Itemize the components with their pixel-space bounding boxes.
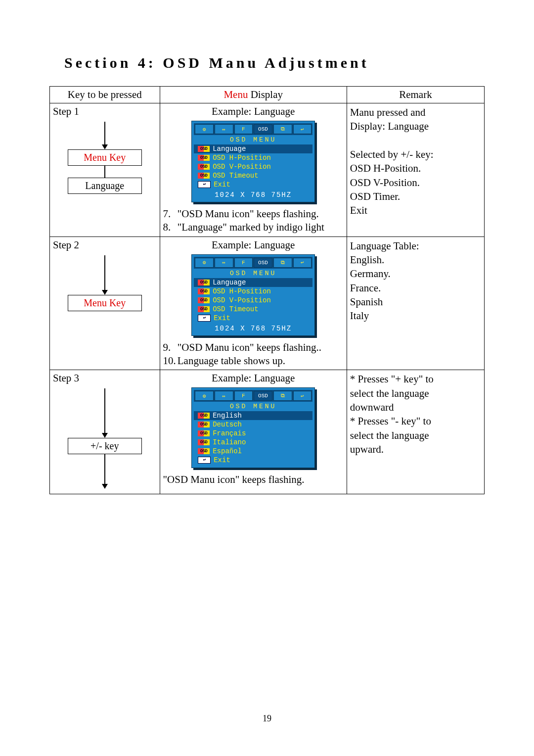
osd-item-tag-icon: OSD [198,146,210,152]
osd-item: OSDOSD H-Position [194,153,312,162]
step2-notes: 9. "OSD Manu icon" keeps flashing..10. L… [163,341,344,368]
step1-osd: ⚙⇔FOSD⧉↩ OSD MENU OSDLanguageOSDOSD H-Po… [191,121,315,202]
osd-item-text: Italiano [213,438,246,447]
step1-keybox-menu: Menu Key [68,149,142,166]
osd-item-tag-icon: OSD [198,448,210,454]
osd-item: OSDItaliano [194,438,312,447]
step2-keybox-menu-text: Menu Key [84,297,126,308]
osd-item-tag-icon: OSD [198,155,210,161]
osd-item-tag-icon: OSD [198,288,210,294]
step3-keybox: +/- key [68,438,142,454]
osd-title: OSD MENU [194,403,312,410]
osd-screenshot: ⚙⇔FOSD⧉↩ OSD MENU OSDLanguageOSDOSD H-Po… [191,254,315,336]
osd-item: OSDLanguage [194,278,312,287]
osd-tab-icon: ⚙ [195,124,214,134]
osd-items: OSDLanguageOSDOSD H-PositionOSDOSD V-Pos… [194,278,312,323]
osd-item: OSDOSD H-Position [194,287,312,296]
step3-notes: "OSD Manu icon" keeps flashing. [163,473,344,486]
step3-osd: ⚙⇔FOSD⧉↩ OSD MENU OSDEnglishOSDDeutschOS… [191,387,315,468]
arrow-line-icon [104,454,105,484]
osd-item-text: Exit [214,180,230,189]
step1-diagram: Menu Key Language [57,122,153,194]
step1-keybox-language: Language [68,178,142,194]
step3-remark-cell: * Presses "+ key" toselect the languaged… [347,370,484,494]
step1-display-cell: Example: Language ⚙⇔FOSD⧉↩ OSD MENU OSDL… [160,103,347,237]
arrow-line-icon [104,255,105,290]
osd-item-tag-icon: ↩ [198,181,211,188]
osd-tabbar: ⚙⇔FOSD⧉↩ [194,257,312,269]
arrow-line-icon [104,166,105,178]
step3-row: Step 3 +/- key Example: Language ⚙⇔FOSD⧉… [50,370,485,494]
osd-items: OSDLanguageOSDOSD H-PositionOSDOSD V-Pos… [194,144,312,189]
step2-keybox-menu: Menu Key [68,295,142,311]
osd-tab-icon: ⧉ [273,391,292,401]
osd-resolution: 1024 X 768 75HZ [194,191,312,199]
page: Section 4: OSD Manu Adjustment Key to be… [0,0,534,756]
step2-label: Step 2 [53,239,157,251]
step1-caption: Example: Language [163,105,344,118]
osd-tab-icon: ⚙ [195,391,214,401]
osd-item-tag-icon: ↩ [198,315,211,322]
osd-item-tag-icon: OSD [198,164,210,170]
osd-tabbar: ⚙⇔FOSD⧉↩ [194,390,312,402]
osd-tab-icon: ⧉ [273,124,292,134]
osd-item: OSDEspañol [194,447,312,456]
step1-keybox-language-text: Language [85,180,124,191]
osd-tab-icon: OSD [254,391,272,401]
header-key: Key to be pressed [50,87,160,103]
header-display-red: Menu [223,89,248,100]
osd-item-tag-icon: OSD [198,422,210,427]
osd-item-tag-icon: ↩ [198,457,211,464]
step3-key-cell: Step 3 +/- key [50,370,160,494]
header-display-rest: Display [248,89,283,100]
step3-label: Step 3 [53,372,157,384]
step3-caption: Example: Language [163,372,344,384]
osd-item-text: OSD Timeout [213,305,258,314]
osd-title: OSD MENU [194,136,312,143]
osd-item: ↩Exit [194,180,312,189]
step1-row: Step 1 Menu Key Language Example: Langua… [50,103,485,237]
step3-keybox-text: +/- key [90,440,119,451]
osd-resolution: 1024 X 768 75HZ [194,325,312,332]
osd-item-text: Exit [214,314,230,323]
osd-item: OSDOSD V-Position [194,162,312,171]
osd-item-text: OSD H-Position [213,153,271,162]
osd-screenshot: ⚙⇔FOSD⧉↩ OSD MENU OSDLanguageOSDOSD H-Po… [191,121,315,202]
step3-display-cell: Example: Language ⚙⇔FOSD⧉↩ OSD MENU OSDE… [160,370,347,494]
osd-item: OSDFrançais [194,429,312,438]
osd-item-text: OSD V-Position [213,296,271,305]
osd-tab-icon: F [234,124,253,134]
osd-item-tag-icon: OSD [198,413,210,419]
table-header-row: Key to be pressed Menu Display Remark [50,87,485,103]
osd-tab-icon: ↩ [293,391,312,401]
osd-tab-icon: ⇔ [215,258,233,268]
osd-tab-icon: ⇔ [215,124,233,134]
osd-item: ↩Exit [194,456,312,465]
osd-tabbar: ⚙⇔FOSD⧉↩ [194,123,312,135]
arrow-head-icon [102,484,108,489]
page-number: 19 [0,713,534,724]
osd-items: OSDEnglishOSDDeutschOSDFrançaisOSDItalia… [194,411,312,465]
step2-remark-cell: Language Table:English.Germany.France.Sp… [347,236,484,370]
step2-key-cell: Step 2 Menu Key [50,236,160,370]
arrow-head-icon [102,290,108,295]
osd-item: OSDOSD Timeout [194,171,312,180]
osd-tab-icon: ⚙ [195,258,214,268]
step2-osd: ⚙⇔FOSD⧉↩ OSD MENU OSDLanguageOSDOSD H-Po… [191,254,315,336]
step1-keybox-menu-text: Menu Key [84,152,126,163]
step2-row: Step 2 Menu Key Example: Language ⚙⇔FOSD… [50,236,485,370]
osd-item-tag-icon: OSD [198,280,210,285]
osd-item-text: OSD H-Position [213,287,271,296]
osd-item: OSDEnglish [194,411,312,420]
osd-item-text: Language [213,278,246,287]
osd-tab-icon: ↩ [293,258,312,268]
osd-item-tag-icon: OSD [198,297,210,303]
osd-item-text: Deutsch [213,420,242,429]
osd-tab-icon: F [234,391,253,401]
step1-remark-cell: Manu pressed andDisplay: Language Select… [347,103,484,237]
step1-label: Step 1 [53,105,157,118]
osd-item: OSDLanguage [194,144,312,153]
step1-notes: 7. "OSD Manu icon" keeps flashing.8. "La… [163,207,344,235]
arrow-head-icon [102,144,108,149]
step3-note-text: "OSD Manu icon" keeps flashing. [163,473,305,485]
